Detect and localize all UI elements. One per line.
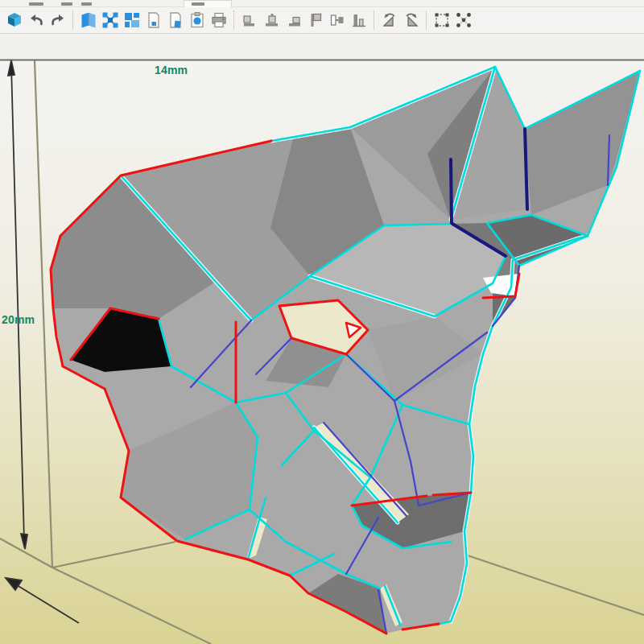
align-center-icon <box>263 11 281 29</box>
toolbar-separator-dotted <box>233 10 235 30</box>
paste-clipboard-button[interactable] <box>186 10 208 31</box>
printer-icon <box>210 11 228 29</box>
auto-layout-button[interactable] <box>99 10 121 31</box>
flag-icon <box>307 11 324 29</box>
menu-fragment <box>192 2 204 6</box>
align-part-center-button[interactable] <box>261 10 283 31</box>
bar-chart-icon <box>350 11 368 29</box>
align-part-left-button[interactable] <box>239 10 261 31</box>
document-icon <box>145 11 163 29</box>
menu-fragment <box>61 2 72 6</box>
active-tab-fragment <box>184 0 232 7</box>
undo-button[interactable] <box>25 10 47 31</box>
dimension-label-height: 20mm <box>2 313 35 326</box>
arrange-grid-button[interactable] <box>121 10 142 31</box>
menu-fragment <box>81 2 92 6</box>
select-region-button[interactable] <box>431 10 452 31</box>
flip-part-button[interactable] <box>326 10 348 31</box>
flag-part-button[interactable] <box>304 10 326 31</box>
rotate-left-icon <box>381 11 398 29</box>
redo-icon <box>49 11 67 29</box>
document-fold-icon <box>167 11 184 29</box>
clipboard-icon <box>188 11 206 29</box>
redo-button[interactable] <box>47 10 68 31</box>
select-points-button[interactable] <box>452 10 474 31</box>
viewport-3d[interactable]: 14mm 20mm <box>0 59 644 644</box>
scene-3d[interactable]: 14mm 20mm <box>0 59 644 644</box>
align-left-icon <box>242 11 259 29</box>
align-part-right-button[interactable] <box>283 10 304 31</box>
dimension-label-width: 14mm <box>155 64 188 76</box>
toolbar-separator <box>72 10 73 30</box>
unfold-icon <box>80 11 97 29</box>
toolbar-separator <box>426 10 427 30</box>
selection-points-icon <box>455 11 473 29</box>
grid-layout-icon <box>123 11 141 29</box>
menu-strip <box>0 0 644 7</box>
toolbar-separator <box>374 10 374 30</box>
undo-icon <box>27 11 45 29</box>
toolbar-gap-band <box>0 34 644 59</box>
rotate-left-button[interactable] <box>378 10 400 31</box>
rotate-right-icon <box>402 11 420 29</box>
scatter-parts-icon <box>101 11 119 29</box>
cube-3d-icon <box>6 11 23 29</box>
rotate-right-button[interactable] <box>400 10 422 31</box>
toolbar <box>0 7 644 34</box>
selection-box-icon <box>433 11 451 29</box>
print-button[interactable] <box>208 10 229 31</box>
document-settings-button[interactable] <box>164 10 186 31</box>
menu-fragment <box>29 2 43 6</box>
flip-icon <box>328 11 346 29</box>
unfold-pattern-button[interactable] <box>77 10 99 31</box>
new-document-button[interactable] <box>142 10 164 31</box>
align-right-icon <box>285 11 303 29</box>
part-stats-button[interactable] <box>348 10 369 31</box>
view-3d-button[interactable] <box>3 10 25 31</box>
